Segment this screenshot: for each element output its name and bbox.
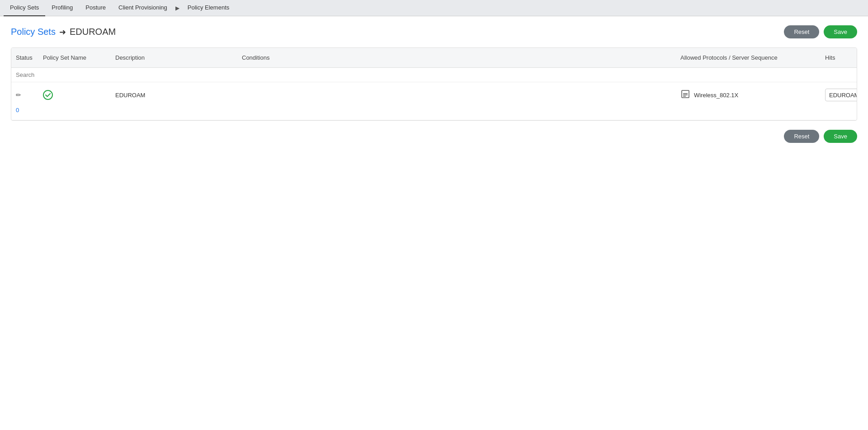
hits-cell: 0	[11, 104, 38, 116]
nav-client-provisioning[interactable]: Client Provisioning	[112, 0, 174, 16]
policy-name-cell: EDUROAM	[111, 89, 237, 101]
policy-elements-arrow-icon: ▶	[174, 5, 181, 11]
svg-point-0	[43, 90, 52, 99]
protocol-cell: EDUROAM × ▼ +	[821, 86, 857, 104]
condition-icon	[680, 89, 690, 101]
svg-rect-3	[683, 95, 688, 95]
nav-policy-elements[interactable]: Policy Elements	[181, 0, 236, 16]
conditions-cell: Wireless_802.1X	[676, 86, 821, 104]
main-content: Policy Sets ➜ EDUROAM Reset Save Status …	[0, 16, 868, 430]
col-allowed-protocols: Allowed Protocols / Server Sequence	[676, 52, 821, 64]
svg-rect-2	[683, 93, 688, 94]
search-row	[11, 68, 857, 82]
save-button-top[interactable]: Save	[824, 25, 857, 38]
page-title: Policy Sets ➜ EDUROAM	[11, 27, 116, 37]
nav-policy-sets[interactable]: Policy Sets	[4, 0, 45, 16]
page-header: Policy Sets ➜ EDUROAM Reset Save	[11, 25, 857, 38]
top-navigation: Policy Sets Profiling Posture Client Pro…	[0, 0, 868, 16]
table-row: ✏ EDUROAM	[11, 82, 857, 120]
edit-icon[interactable]: ✏	[16, 91, 21, 99]
breadcrumb-policy-sets-link[interactable]: Policy Sets	[11, 27, 56, 37]
table-header: Status Policy Set Name Description Condi…	[11, 48, 857, 68]
col-hits: Hits	[821, 52, 857, 64]
nav-posture[interactable]: Posture	[79, 0, 112, 16]
col-conditions: Conditions	[237, 52, 676, 64]
col-status: Status	[11, 52, 38, 64]
wireless-icon	[680, 89, 690, 99]
breadcrumb-current: EDUROAM	[70, 27, 116, 37]
header-buttons: Reset Save	[784, 25, 857, 38]
save-button-bottom[interactable]: Save	[824, 130, 857, 143]
reset-button-top[interactable]: Reset	[784, 25, 819, 38]
nav-profiling[interactable]: Profiling	[45, 0, 79, 16]
hits-value[interactable]: 0	[16, 107, 19, 113]
protocol-select-wrapper: EDUROAM × ▼	[825, 89, 857, 101]
status-cell	[38, 87, 111, 103]
nav-policy-elements-group: ▶ Policy Elements	[174, 0, 236, 16]
reset-button-bottom[interactable]: Reset	[784, 130, 819, 143]
description-cell	[237, 92, 676, 98]
bottom-buttons: Reset Save	[11, 130, 857, 143]
policy-sets-table: Status Policy Set Name Description Condi…	[11, 47, 857, 121]
breadcrumb-arrow: ➜	[59, 27, 66, 37]
col-description: Description	[111, 52, 237, 64]
search-input[interactable]	[16, 71, 852, 78]
condition-label: Wireless_802.1X	[694, 92, 738, 99]
col-policy-set-name: Policy Set Name	[38, 52, 111, 64]
edit-cell: ✏	[11, 89, 38, 101]
svg-rect-4	[683, 96, 686, 97]
policy-name-value: EDUROAM	[115, 92, 145, 99]
status-active-icon	[43, 90, 53, 100]
protocol-select-value: EDUROAM	[826, 90, 857, 101]
protocol-selector: EDUROAM × ▼ +	[825, 89, 857, 101]
svg-rect-1	[682, 90, 689, 98]
